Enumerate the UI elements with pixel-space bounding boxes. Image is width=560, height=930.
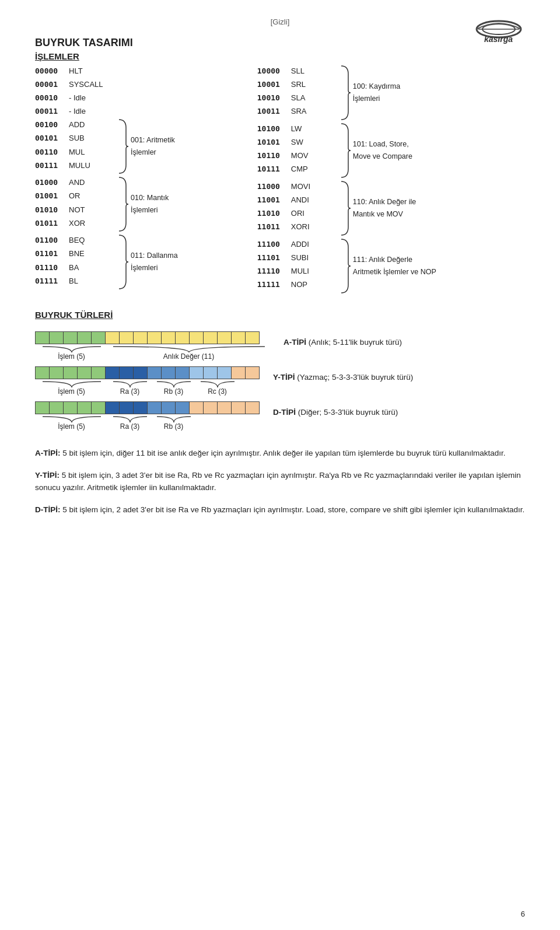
opcode-row: 10001 SRL [257,78,338,91]
y-tipi-braces: İşlem (5) Ra (3) Rb (3) [35,380,259,396]
a-cell [245,331,260,344]
opcode-row: 01010 NOT [35,204,116,216]
opcode-row: 11001 ANDI [257,194,338,207]
d-cell [49,401,64,414]
d-cell [217,401,232,414]
d-ra-brace-svg [110,415,150,422]
y-cell [175,366,190,379]
a-tipi-row: İşlem (5) Anlık Değer (11) A-TİPİ (Anlık… [35,331,525,361]
opcode-row: 01101 BNE [35,247,116,260]
y-islem-label: İşlem (5) [58,387,85,396]
anlik-label: Anlık Değer (11) [163,352,214,361]
y-tipi-cells-block: İşlem (5) Ra (3) Rb (3) [35,366,259,396]
opcode-row: 00110 MUL [35,146,116,159]
a-cell [91,331,106,344]
a-cell [119,331,134,344]
opcodes-wrapper: 00000 HLT 00001 SYSCALL 00010 - Idle 000… [35,65,525,296]
d-islem-brace-svg [40,415,104,422]
d-cell [175,401,190,414]
d-tipi-desc-label: D-TİPİ: [35,505,61,514]
y-cell [203,366,218,379]
section2-title: BUYRUK TÜRLERİ [35,310,525,320]
opcode-row: 01011 XOR [35,217,116,230]
d-rb-label: Rb (3) [164,422,183,431]
y-tipi-desc-para: Y-TİPİ: 5 bit işlem için, 3 adet 3'er bi… [35,469,525,494]
opcode-row: 11010 ORI [257,207,338,220]
opcode-row: 10011 SRA [257,105,338,118]
d-tipi-strong: D-TİPİ [273,408,296,417]
dallanma-label: 011: Dallanmaİşlemleri [131,234,178,290]
d-cell [63,401,78,414]
d-islem-label: İşlem (5) [58,422,85,431]
opcode-row: 01000 AND [35,176,116,189]
y-tipi-desc-text: 5 bit işlem için, 3 adet 3'er bit ise Ra… [35,471,521,492]
logo-svg: kasırga [473,16,525,48]
y-ra-brace-svg [110,380,150,387]
y-cell [91,366,106,379]
logo: kasırga [473,16,525,51]
y-islem-brace: İşlem (5) [35,380,108,396]
d-cell [105,401,120,414]
mantik-label: 010: Mantıkİşlemleri [131,176,169,232]
a-cell [231,331,246,344]
opcode-row: 01110 BA [35,261,116,274]
d-cell [189,401,204,414]
a-cell [203,331,218,344]
opcode-row: 00111 MULU [35,159,116,172]
opcode-row: 10010 SLA [257,92,338,104]
page-header: [Gizli] [35,18,525,26]
y-cell [217,366,232,379]
dallanma-brace [118,234,128,290]
d-ra-label: Ra (3) [120,422,139,431]
y-cell [189,366,204,379]
d-cell [147,401,162,414]
islem-label: İşlem (5) [58,352,85,361]
y-tipi-desc-label: Y-TİPİ: [35,471,60,480]
y-cell [49,366,64,379]
section1-title: İŞLEMLER [35,51,79,61]
a-cell [175,331,190,344]
d-cell [77,401,92,414]
y-cell [161,366,176,379]
islem-brace-svg [40,345,104,352]
kaydirma-label: 100: Kaydırmaİşlemleri [353,65,400,121]
a-cell [35,331,50,344]
y-cell [245,366,260,379]
opcode-row: 11101 SUBI [257,251,338,264]
y-cell [63,366,78,379]
anlik-brace-svg [110,345,268,352]
d-cell [91,401,106,414]
a-tipi-cells [35,331,270,344]
mantik-group-rows: 01000 AND 01001 OR 01010 NOT 01011 XOR [35,176,116,232]
d-tipi-desc-text: 5 bit işlem için, 2 adet 3'er bit ise Ra… [62,505,524,514]
a-tipi-desc-text: 5 bit işlem için, diğer 11 bit ise anlık… [62,449,505,457]
a-cell [133,331,148,344]
y-cell [231,366,246,379]
opcode-row: 10101 SW [257,136,338,149]
d-tipi-cells-block: İşlem (5) Ra (3) Rb (3) [35,401,259,431]
opcode-row: 00100 ADD [35,118,116,131]
d-rb-brace-svg [154,415,194,422]
opcode-row: 00011 - Idle [35,105,246,118]
opcode-row: 11111 NOP [257,278,338,291]
opcode-row: 01111 BL [35,275,116,288]
d-ra-brace: Ra (3) [108,415,152,431]
opcode-row: 01100 BEQ [35,234,116,247]
buyruk-turleri-section: BUYRUK TÜRLERİ [35,310,525,431]
loadstore-brace [340,123,351,179]
a-tipi-braces: İşlem (5) Anlık Değer (11) [35,345,270,361]
a-cell [217,331,232,344]
a-cell [189,331,204,344]
y-cell [35,366,50,379]
y-tipi-strong: Y-TİPİ [273,373,295,382]
y-cell [133,366,148,379]
y-islem-brace-svg [40,380,104,387]
opcode-row: 11100 ADDI [257,238,338,251]
a-cell [49,331,64,344]
loadstore-group-rows: 10100 LW 10101 SW 10110 MOV 10111 CMP [257,123,338,179]
y-rc-label: Rc (3) [208,387,227,396]
opcode-row: 01001 OR [35,190,116,202]
y-rc-brace: Rc (3) [195,380,239,396]
y-cell [77,366,92,379]
gizli-label: [Gizli] [271,18,290,26]
